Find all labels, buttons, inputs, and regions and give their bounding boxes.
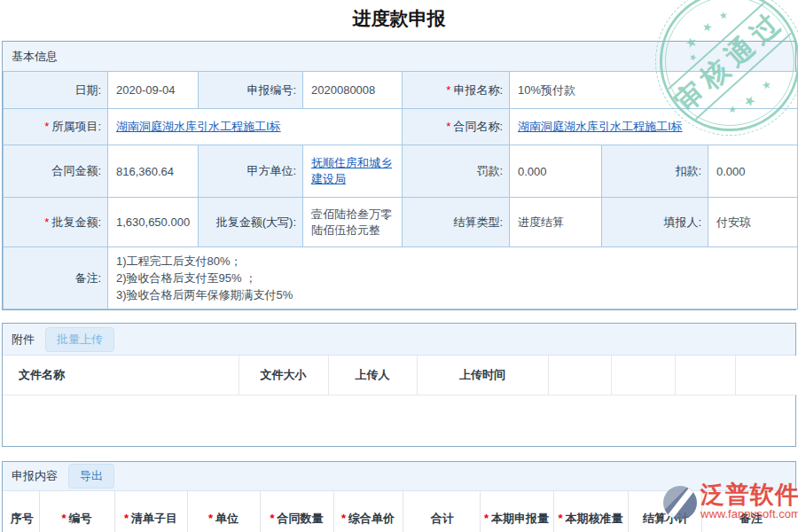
declare-name-value: 10%预付款 — [510, 72, 798, 109]
remark-value: 1)工程完工后支付80%； 2)验收合格后支付至95% ； 3)验收合格后两年保… — [108, 247, 798, 309]
required-mark: * — [446, 83, 450, 97]
batch-upload-button[interactable]: 批量上传 — [45, 327, 114, 352]
required-mark: * — [484, 512, 489, 525]
col-file-name: 文件名称 — [3, 356, 239, 395]
attachments-section-title: 附件 — [12, 332, 35, 348]
required-mark: * — [270, 512, 274, 525]
declare-no-label: 申报编号: — [199, 72, 303, 109]
attachments-section-header: 附件 批量上传 — [3, 324, 795, 356]
col-code: *编号 — [39, 491, 114, 532]
preparer-value: 付安琼 — [708, 198, 798, 247]
attachments-section: 附件 批量上传 文件名称 文件大小 上传人 上传时间 — [2, 323, 796, 447]
attachments-header-row: 文件名称 文件大小 上传人 上传时间 — [3, 356, 797, 395]
contract-name-link[interactable]: 湖南洞庭湖水库引水工程施工I标 — [518, 120, 683, 133]
required-mark: * — [341, 512, 346, 525]
col-total: 合计 — [403, 491, 480, 532]
contract-amount-label: 合同金额: — [4, 145, 108, 198]
export-button[interactable]: 导出 — [68, 464, 114, 489]
col-empty-4 — [735, 356, 797, 395]
deduction-label: 扣款: — [602, 145, 708, 198]
col-upload-time: 上传时间 — [417, 356, 548, 395]
deduction-value: 0.000 — [708, 145, 798, 198]
col-contract-qty: *合同数量 — [260, 491, 333, 532]
declaration-section-title: 申报内容 — [12, 468, 58, 484]
settle-type-label: 结算类型: — [403, 198, 510, 247]
approved-amount-value: 1,630,650.000 — [108, 198, 199, 247]
basic-row-2: *所属项目: 湖南洞庭湖水库引水工程施工I标 *合同名称: 湖南洞庭湖水库引水工… — [4, 109, 798, 145]
col-seq: 序号 — [3, 491, 39, 532]
settle-type-value: 进度结算 — [510, 198, 602, 247]
declaration-header-row: 序号 *编号 *清单子目 *单位 *合同数量 *综合单价 合计 *本期申报量 *… — [3, 491, 797, 532]
penalty-value: 0.000 — [510, 145, 602, 198]
project-value: 湖南洞庭湖水库引水工程施工I标 — [108, 109, 403, 145]
penalty-label: 罚款: — [403, 145, 510, 198]
col-file-size: 文件大小 — [239, 356, 328, 395]
required-mark: * — [61, 512, 66, 525]
date-value: 2020-09-04 — [108, 72, 199, 109]
basic-row-1: 日期: 2020-09-04 申报编号: 2020080008 *申报名称: 1… — [4, 72, 798, 109]
attachments-empty-body — [3, 395, 795, 446]
approved-amount-label: *批复金额: — [4, 198, 108, 247]
basic-info-table: 日期: 2020-09-04 申报编号: 2020080008 *申报名称: 1… — [3, 71, 798, 309]
col-empty-1 — [548, 356, 611, 395]
remark-label: 备注: — [4, 247, 108, 309]
attachments-table: 文件名称 文件大小 上传人 上传时间 — [3, 356, 797, 395]
required-mark: * — [44, 215, 49, 229]
declare-no-value: 2020080008 — [303, 72, 403, 109]
page-title: 进度款申报 — [0, 0, 798, 41]
col-empty-2 — [611, 356, 675, 395]
required-mark: * — [124, 512, 129, 525]
date-label: 日期: — [4, 72, 108, 109]
col-period-declared: *本期申报量 — [480, 491, 553, 532]
contract-name-value: 湖南洞庭湖水库引水工程施工I标 — [510, 109, 798, 145]
basic-info-section-header: 基本信息 — [3, 42, 795, 71]
contract-name-label: *合同名称: — [403, 109, 510, 145]
party-a-link[interactable]: 抚顺住房和城乡建设局 — [311, 156, 392, 185]
col-unit-price: *综合单价 — [333, 491, 403, 532]
col-remark: 备注 — [701, 491, 797, 532]
approved-caps-label: 批复金额(大写): — [199, 198, 303, 247]
remark-line-3: 3)验收合格后两年保修期满支付5% — [116, 286, 792, 303]
basic-row-4: *批复金额: 1,630,650.000 批复金额(大写): 壹佰陆拾叁万零陆佰… — [4, 198, 798, 247]
preparer-label: 填报人: — [602, 198, 708, 247]
remark-line-1: 1)工程完工后支付80%； — [116, 253, 792, 270]
basic-info-section-title: 基本信息 — [12, 49, 58, 65]
declaration-section: 申报内容 导出 序号 *编号 *清单子目 *单位 *合同数量 *综合单价 合计 … — [2, 461, 796, 532]
project-link[interactable]: 湖南洞庭湖水库引水工程施工I标 — [116, 120, 281, 133]
approved-caps-value: 壹佰陆拾叁万零陆佰伍拾元整 — [303, 198, 403, 247]
declaration-table: 序号 *编号 *清单子目 *单位 *合同数量 *综合单价 合计 *本期申报量 *… — [3, 491, 797, 532]
col-uploader: 上传人 — [328, 356, 417, 395]
party-a-value: 抚顺住房和城乡建设局 — [303, 145, 403, 198]
required-mark: * — [446, 120, 450, 133]
col-period-approved: *本期核准量 — [553, 491, 628, 532]
project-label: *所属项目: — [4, 109, 108, 145]
col-empty-3 — [675, 356, 735, 395]
contract-amount-value: 816,360.64 — [108, 145, 199, 198]
col-unit: *单位 — [187, 491, 260, 532]
required-mark: * — [558, 512, 562, 525]
basic-info-section: 基本信息 日期: 2020-09-04 申报编号: 2020080008 *申报… — [2, 41, 796, 310]
basic-row-3: 合同金额: 816,360.64 甲方单位: 抚顺住房和城乡建设局 罚款: 0.… — [4, 145, 798, 198]
required-mark: * — [44, 120, 49, 133]
declaration-section-header: 申报内容 导出 — [3, 462, 795, 491]
declare-name-label: *申报名称: — [403, 72, 510, 109]
basic-row-remark: 备注: 1)工程完工后支付80%； 2)验收合格后支付至95% ； 3)验收合格… — [4, 247, 798, 309]
col-settle-subtotal: 结算小计 — [628, 491, 701, 532]
party-a-label: 甲方单位: — [199, 145, 303, 198]
remark-line-2: 2)验收合格后支付至95% ； — [116, 270, 792, 286]
col-list-item: *清单子目 — [114, 491, 187, 532]
required-mark: * — [208, 512, 213, 525]
